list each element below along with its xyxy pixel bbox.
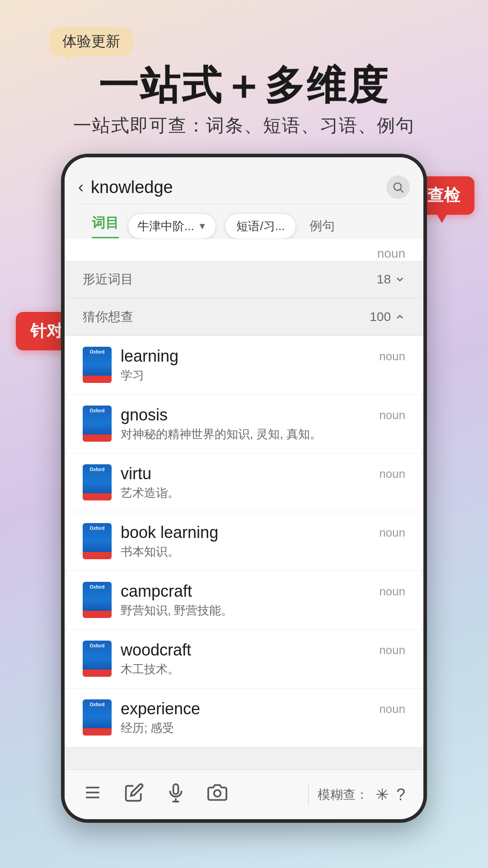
phone-screen: ‹ knowledge 词目 牛津中阶... ▼ 短语/习... [65, 157, 423, 819]
tab-phrases[interactable]: 短语/习... [225, 213, 296, 239]
top-noun-label: noun [377, 246, 405, 261]
word-definition: 木工技术。 [121, 661, 370, 677]
word-info: experience 经历; 感受 [121, 699, 370, 736]
word-list: Oxford learning 学习 noun Oxford gnosis 对神… [65, 336, 423, 747]
top-noun-row: noun [65, 239, 423, 261]
word-info: learning 学习 [121, 347, 370, 383]
edit-icon[interactable] [124, 783, 144, 807]
word-type: noun [379, 641, 405, 657]
nav-separator [308, 783, 309, 806]
similar-words-section[interactable]: 形近词目 18 [65, 261, 423, 298]
update-badge: 体验更新 [50, 27, 133, 56]
word-definition: 艺术造诣。 [121, 485, 370, 501]
dict-icon: Oxford [83, 582, 112, 618]
main-title: 一站式＋多维度 [0, 59, 488, 113]
word-type: noun [379, 406, 405, 422]
word-info: book learning 书本知识。 [121, 523, 370, 560]
sub-title: 一站式即可查：词条、短语、习语、例句 [0, 113, 488, 138]
word-item[interactable]: Oxford gnosis 对神秘的精神世界的知识, 灵知, 真知。 noun [65, 395, 423, 453]
dict-icon: Oxford [83, 347, 112, 383]
oxford-text: Oxford [90, 467, 105, 472]
tab-oxford-dropdown[interactable]: 牛津中阶... ▼ [128, 213, 216, 239]
svg-point-8 [214, 790, 221, 797]
similar-words-count: 18 [377, 272, 405, 287]
word-main: learning [121, 347, 370, 366]
bottom-nav: 模糊查： ✳ ? [65, 769, 423, 819]
word-definition: 野营知识, 野营技能。 [121, 603, 370, 618]
word-info: campcraft 野营知识, 野营技能。 [121, 582, 370, 618]
word-main: book learning [121, 523, 370, 542]
phrases-label: 短语/习... [236, 219, 285, 233]
back-button[interactable]: ‹ [78, 178, 84, 197]
word-item[interactable]: Oxford book learning 书本知识。 noun [65, 512, 423, 571]
word-type: noun [379, 464, 405, 481]
oxford-text: Oxford [90, 349, 105, 354]
word-type: noun [379, 523, 405, 540]
word-item[interactable]: Oxford experience 经历; 感受 noun [65, 689, 423, 747]
search-bar: ‹ knowledge [78, 171, 410, 204]
dict-icon: Oxford [83, 641, 112, 677]
guess-section[interactable]: 猜你想查 100 [65, 298, 423, 336]
word-definition: 对神秘的精神世界的知识, 灵知, 真知。 [121, 426, 370, 442]
camera-icon[interactable] [207, 783, 227, 807]
word-main: gnosis [121, 406, 370, 425]
svg-point-0 [394, 183, 401, 190]
tabs-row: 词目 牛津中阶... ▼ 短语/习... 例句 [78, 204, 410, 239]
guess-count: 100 [370, 310, 405, 324]
oxford-text: Oxford [90, 526, 105, 531]
oxford-text: Oxford [90, 408, 105, 413]
word-main: experience [121, 699, 370, 718]
oxford-text: Oxford [90, 702, 105, 707]
word-info: gnosis 对神秘的精神世界的知识, 灵知, 真知。 [121, 406, 370, 442]
word-main: campcraft [121, 582, 370, 601]
word-item[interactable]: Oxford woodcraft 木工技术。 noun [65, 630, 423, 689]
word-info: woodcraft 木工技术。 [121, 641, 370, 677]
guess-label: 猜你想查 [83, 308, 133, 326]
word-definition: 经历; 感受 [121, 720, 370, 736]
nav-right: 模糊查： ✳ ? [318, 785, 405, 804]
word-type: noun [379, 347, 405, 363]
tab-cidiao[interactable]: 词目 [92, 214, 119, 238]
tab-examples[interactable]: 例句 [305, 213, 339, 239]
phone-header: ‹ knowledge 词目 牛津中阶... ▼ 短语/习... [65, 157, 423, 239]
word-item[interactable]: Oxford learning 学习 noun [65, 336, 423, 395]
word-item[interactable]: Oxford virtu 艺术造诣。 noun [65, 453, 423, 512]
content-area: noun 形近词目 18 猜你想查 100 [65, 239, 423, 769]
asterisk-icon[interactable]: ✳ [375, 785, 389, 804]
svg-line-1 [400, 189, 403, 192]
search-icon[interactable] [386, 175, 410, 199]
word-main: woodcraft [121, 641, 370, 660]
dict-icon: Oxford [83, 406, 112, 442]
similar-words-label: 形近词目 [83, 271, 133, 288]
svg-rect-5 [174, 784, 178, 794]
dict-icon: Oxford [83, 699, 112, 736]
word-definition: 学习 [121, 368, 370, 383]
dropdown-arrow: ▼ [198, 221, 207, 231]
dict-icon: Oxford [83, 464, 112, 500]
phone-mockup: ‹ knowledge 词目 牛津中阶... ▼ 短语/习... [61, 154, 427, 823]
oxford-dropdown-label: 牛津中阶... [137, 218, 194, 234]
word-type: noun [379, 699, 405, 716]
dict-icon: Oxford [83, 523, 112, 559]
nav-icons-left [83, 783, 299, 807]
mic-icon[interactable] [166, 783, 186, 807]
word-info: virtu 艺术造诣。 [121, 464, 370, 501]
word-type: noun [379, 582, 405, 599]
list-icon[interactable] [83, 783, 103, 807]
oxford-text: Oxford [90, 585, 105, 590]
fuzzy-label: 模糊查： [318, 786, 368, 803]
search-query: knowledge [91, 178, 379, 197]
word-item[interactable]: Oxford campcraft 野营知识, 野营技能。 noun [65, 571, 423, 630]
word-main: virtu [121, 464, 370, 483]
oxford-text: Oxford [90, 643, 105, 648]
word-definition: 书本知识。 [121, 544, 370, 560]
question-icon[interactable]: ? [396, 785, 405, 804]
